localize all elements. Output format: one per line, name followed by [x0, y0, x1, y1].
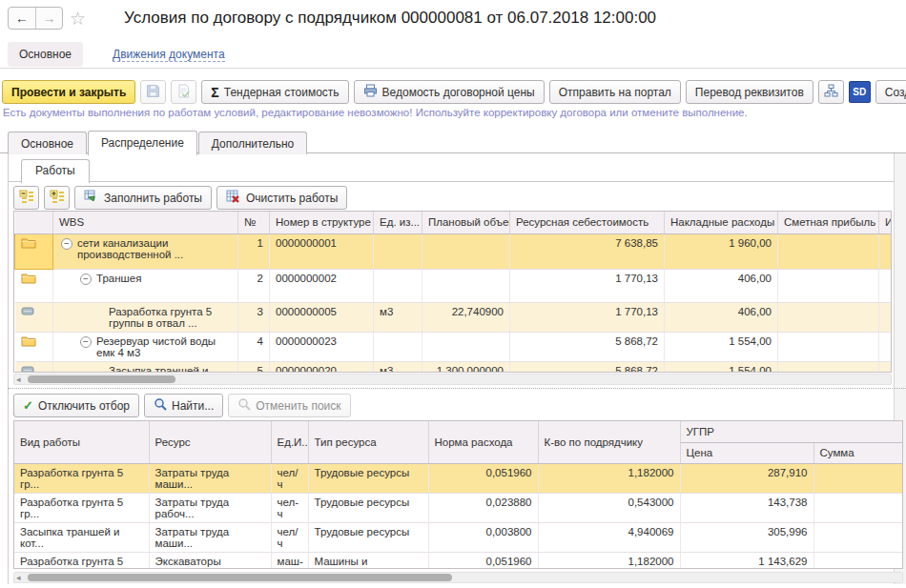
- cell-num[interactable]: 5: [238, 361, 270, 373]
- h-scrollbar-thumb[interactable]: [28, 574, 452, 581]
- works-row-4[interactable]: −Резервуар чистой воды емк 4 м3 4 000000…: [15, 332, 893, 361]
- contract-price-sheet-button[interactable]: Ведомость договорной цены: [354, 80, 545, 104]
- row-icon-cell[interactable]: [15, 302, 53, 332]
- col-structure-number[interactable]: Номер в структуре: [270, 212, 374, 233]
- cell-index[interactable]: [879, 361, 893, 373]
- splitter[interactable]: [8, 388, 906, 389]
- cell-index[interactable]: [879, 233, 893, 269]
- row-icon-cell[interactable]: [15, 269, 53, 302]
- cell-work-type[interactable]: Разработка грунта 5 гр...: [14, 552, 149, 569]
- works-h-scrollbar[interactable]: ◂: [13, 374, 892, 385]
- col-work-type[interactable]: Вид работы: [14, 421, 149, 463]
- cell-wbs[interactable]: −сети канализации производственной ...: [53, 233, 238, 269]
- col-price[interactable]: Цена: [680, 442, 813, 463]
- col-resource-type[interactable]: Тип ресурса: [308, 421, 428, 463]
- cell-qty[interactable]: 0,543000: [538, 493, 680, 522]
- scroll-left-icon[interactable]: ◂: [16, 375, 21, 385]
- cell-structure-number[interactable]: 0000000020: [270, 361, 374, 373]
- col-unit[interactable]: Ед.И...: [271, 421, 308, 463]
- cell-rate[interactable]: 0,003800: [428, 522, 538, 552]
- cell-index[interactable]: [879, 332, 893, 361]
- cell-qty[interactable]: 1,182000: [538, 463, 680, 493]
- col-overhead[interactable]: Накладные расходы: [665, 212, 778, 233]
- cell-wbs[interactable]: −Резервуар чистой воды емк 4 м3: [53, 332, 238, 361]
- cell-structure-number[interactable]: 0000000005: [270, 302, 374, 332]
- resource-row-4[interactable]: Разработка грунта 5 гр... Экскаваторы од…: [14, 552, 903, 569]
- tab-works[interactable]: Работы: [21, 159, 90, 183]
- collapse-node-icon[interactable]: −: [80, 274, 92, 285]
- cell-resource[interactable]: Затраты труда маши...: [149, 463, 271, 493]
- cell-index[interactable]: [879, 269, 893, 302]
- col-estimated-profit[interactable]: Сметная прибыль: [778, 212, 879, 233]
- cell-planned-volume[interactable]: [422, 269, 510, 302]
- cell-num[interactable]: 2: [238, 269, 270, 302]
- structure-button[interactable]: [818, 80, 844, 104]
- cell-num[interactable]: 3: [238, 302, 270, 332]
- cell-rate[interactable]: 0,051960: [428, 552, 538, 569]
- cell-resource-cost[interactable]: 5 868,72: [510, 361, 665, 373]
- cell-resource-cost[interactable]: 5 868,72: [510, 332, 665, 361]
- post-and-close-button[interactable]: Провести и закрыть: [2, 80, 135, 104]
- cell-estimated-profit[interactable]: [778, 361, 879, 373]
- cell-overhead[interactable]: 406,00: [665, 302, 778, 332]
- works-row-5[interactable]: Засыпка траншей и ... 5 0000000020 м3 1 …: [15, 361, 893, 373]
- forward-button[interactable]: →: [35, 8, 62, 29]
- cell-planned-volume[interactable]: 22,740900: [422, 302, 510, 332]
- col-resource-cost[interactable]: Ресурсная себестоимость: [510, 212, 665, 233]
- cell-estimated-profit[interactable]: [778, 269, 879, 302]
- cell-rate[interactable]: 0,023880: [428, 493, 538, 522]
- cell-resource-cost[interactable]: 7 638,85: [510, 233, 665, 269]
- cell-work-type[interactable]: Разработка грунта 5 гр...: [14, 493, 149, 522]
- cell-planned-volume[interactable]: [422, 233, 510, 269]
- cell-resource[interactable]: Затраты труда маши...: [149, 522, 271, 552]
- cell-sum[interactable]: [813, 493, 903, 522]
- cell-num[interactable]: 4: [238, 332, 270, 361]
- disable-filter-button[interactable]: ✓ Отключить отбор: [13, 394, 139, 417]
- collapse-all-button[interactable]: [13, 186, 39, 210]
- document-movements-link[interactable]: Движения документа: [113, 48, 225, 62]
- expand-all-button[interactable]: [44, 186, 70, 210]
- col-planned-volume[interactable]: Плановый объем: [422, 212, 510, 233]
- back-button[interactable]: ←: [9, 8, 35, 29]
- save-button[interactable]: [140, 80, 166, 104]
- h-scrollbar-thumb[interactable]: [28, 375, 175, 383]
- cell-resource[interactable]: Затраты труда рабоч...: [149, 493, 271, 522]
- tab-distribution[interactable]: Распределение: [88, 131, 197, 155]
- cell-structure-number[interactable]: 0000000023: [270, 332, 374, 361]
- cell-rate[interactable]: 0,051960: [428, 463, 538, 493]
- tab-main[interactable]: Основное: [8, 132, 87, 154]
- cell-work-type[interactable]: Разработка грунта 5 гр...: [14, 463, 149, 493]
- col-num[interactable]: №: [238, 212, 270, 233]
- cell-price[interactable]: 305,996: [680, 522, 813, 552]
- resource-row-3[interactable]: Засыпка траншей и кот... Затраты труда м…: [14, 522, 903, 552]
- row-icon-cell[interactable]: [15, 233, 53, 269]
- col-index[interactable]: Инд: [879, 212, 893, 233]
- cell-unit[interactable]: чел/ч: [271, 522, 308, 552]
- cell-resource-cost[interactable]: 1 770,13: [510, 302, 665, 332]
- cell-price[interactable]: 1 143,629: [680, 552, 813, 569]
- cell-planned-volume[interactable]: 1 300,000000: [422, 361, 510, 373]
- col-wbs[interactable]: WBS: [53, 212, 238, 233]
- cell-overhead[interactable]: 1 554,00: [665, 361, 778, 373]
- cell-price[interactable]: 287,910: [680, 463, 813, 493]
- cell-qty[interactable]: 4,940069: [538, 522, 680, 552]
- cell-resource-type[interactable]: Трудовые ресурсы: [308, 493, 428, 522]
- cell-sum[interactable]: 1: [813, 552, 903, 569]
- cell-unit[interactable]: чел-ч: [271, 493, 308, 522]
- cell-unit[interactable]: [374, 233, 422, 269]
- col-sum[interactable]: Сумма: [813, 442, 903, 463]
- col-rate[interactable]: Норма расхода: [428, 421, 538, 463]
- resources-h-scrollbar[interactable]: ◂: [13, 572, 903, 583]
- cell-unit[interactable]: м3: [374, 361, 422, 373]
- cell-estimated-profit[interactable]: [778, 302, 879, 332]
- cell-overhead[interactable]: 1 554,00: [665, 332, 778, 361]
- cell-estimated-profit[interactable]: [778, 332, 879, 361]
- col-resource[interactable]: Ресурс: [149, 421, 271, 463]
- collapse-node-icon[interactable]: −: [61, 238, 72, 250]
- col-ugpr-group[interactable]: УГПР: [680, 421, 903, 442]
- works-row-1[interactable]: −сети канализации производственной ... 1…: [15, 233, 893, 269]
- cell-sum[interactable]: 1: [813, 522, 903, 552]
- row-icon-cell[interactable]: [15, 361, 53, 373]
- cell-qty[interactable]: 1,182000: [538, 552, 680, 569]
- cancel-search-button[interactable]: Отменить поиск: [228, 394, 350, 417]
